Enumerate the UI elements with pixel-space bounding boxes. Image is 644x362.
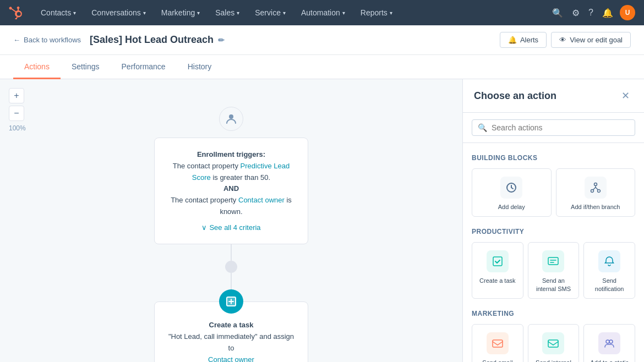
nav-sales[interactable]: Sales ▾ <box>208 0 247 25</box>
svg-point-12 <box>606 340 609 343</box>
action-card-internal-email[interactable]: Send internal email <box>528 324 580 362</box>
section-label-productivity: Productivity <box>472 228 635 235</box>
action-label-notification: Send notification <box>588 277 630 293</box>
trigger-and: AND <box>223 184 239 193</box>
connector-dot-1 <box>225 261 237 273</box>
action-card-create-task[interactable]: Create a task <box>472 242 523 299</box>
search-box: 🔍 <box>463 113 644 143</box>
action-desc: "Hot Lead, call immediately" <box>168 332 258 341</box>
branch-icon <box>585 177 607 199</box>
svg-point-6 <box>597 190 600 193</box>
nav-marketing[interactable]: Marketing ▾ <box>154 0 208 25</box>
action-label-add-static-list: Add to a static list <box>588 359 630 362</box>
marketing-grid: Send email Send internal email <box>472 324 635 362</box>
action-card-if-then[interactable]: Add if/then branch <box>556 168 636 217</box>
settings-icon[interactable]: ⚙ <box>570 6 582 20</box>
trigger-line1: The contact property <box>173 162 238 170</box>
action-card-add-static-list[interactable]: Add to a static list <box>583 324 635 362</box>
workflow-canvas: Enrollment triggers: The contact propert… <box>0 79 462 362</box>
svg-point-0 <box>229 114 233 119</box>
view-goal-button[interactable]: 👁 View or edit goal <box>551 32 631 48</box>
action-title: Create a task <box>209 321 254 329</box>
chevron-icon: ∨ <box>201 222 207 233</box>
svg-point-5 <box>591 190 593 193</box>
tabs-bar: Actions Settings Performance History <box>0 55 644 79</box>
panel-title: Choose an action <box>474 90 556 102</box>
chevron-down-icon: ▾ <box>342 10 345 16</box>
tab-settings[interactable]: Settings <box>61 55 111 79</box>
chevron-down-icon: ▾ <box>390 10 392 16</box>
action-card-add-delay[interactable]: Add delay <box>472 168 552 217</box>
action-label-if-then: Add if/then branch <box>571 203 620 211</box>
main-content: + − 100% Enrollment triggers: The contac… <box>0 79 644 362</box>
trigger-line3: The contact property <box>171 196 236 204</box>
chevron-down-icon: ▾ <box>237 10 239 16</box>
svg-point-13 <box>609 340 613 343</box>
nav-conversations[interactable]: Conversations ▾ <box>84 0 154 25</box>
tab-history[interactable]: History <box>177 55 223 79</box>
trigger-highlight2: Contact owner <box>238 196 285 204</box>
svg-rect-7 <box>493 257 502 266</box>
task-description: Create a task "Hot Lead, call immediatel… <box>168 320 294 362</box>
eye-icon: 👁 <box>559 36 566 44</box>
nav-reports[interactable]: Reports ▾ <box>353 0 400 25</box>
action-assignee: Contact owner <box>208 355 254 362</box>
workflow-title: [Sales] Hot Lead Outreach ✏ <box>90 34 225 46</box>
action-label-internal-email: Send internal email <box>533 359 575 362</box>
hubspot-logo[interactable] <box>9 6 22 19</box>
svg-rect-9 <box>548 257 558 265</box>
back-to-workflows-link[interactable]: ← Back to workflows <box>13 36 81 44</box>
search-input[interactable] <box>492 123 629 132</box>
chevron-down-icon: ▾ <box>197 10 200 16</box>
right-panel: Choose an action ✕ 🔍 Building blocks <box>462 79 644 362</box>
trigger-node-icon <box>219 107 243 131</box>
edit-icon[interactable]: ✏ <box>218 36 225 45</box>
see-all-criteria-link[interactable]: ∨ See all 4 criteria <box>201 222 260 233</box>
nav-service[interactable]: Service ▾ <box>247 0 293 25</box>
nav-right-icons: 🔍 ⚙ ? 🔔 U <box>550 5 635 20</box>
internal-email-icon <box>542 332 564 354</box>
delay-icon <box>500 177 522 199</box>
trigger-title: Enrollment triggers: <box>197 150 265 158</box>
task-icon <box>487 250 509 272</box>
help-icon[interactable]: ? <box>586 6 596 20</box>
notifications-icon[interactable]: 🔔 <box>600 6 615 20</box>
chevron-down-icon: ▾ <box>283 10 286 16</box>
search-icon[interactable]: 🔍 <box>550 6 565 20</box>
avatar[interactable]: U <box>620 5 635 20</box>
top-navigation: Contacts ▾ Conversations ▾ Marketing ▾ S… <box>0 0 644 25</box>
search-input-wrap: 🔍 <box>472 119 635 136</box>
workflow-canvas-area: + − 100% Enrollment triggers: The contac… <box>0 79 462 362</box>
action-label-add-delay: Add delay <box>498 203 525 211</box>
back-arrow-icon: ← <box>13 36 20 44</box>
action-label-create-task: Create a task <box>479 277 515 284</box>
chevron-down-icon: ▾ <box>73 10 76 16</box>
connector-line-2 <box>231 273 232 289</box>
nav-automation[interactable]: Automation ▾ <box>293 0 353 25</box>
building-blocks-grid: Add delay Add if/then branch <box>472 168 635 217</box>
notification-icon <box>598 250 620 272</box>
sms-icon <box>542 250 564 272</box>
tab-actions[interactable]: Actions <box>13 55 61 79</box>
action-card-notification[interactable]: Send notification <box>583 242 635 299</box>
panel-close-button[interactable]: ✕ <box>618 88 633 103</box>
svg-rect-10 <box>493 340 503 347</box>
action-card-send-email[interactable]: Send email <box>472 324 523 362</box>
sub-header-actions: 🔔 Alerts 👁 View or edit goal <box>500 32 631 48</box>
action-card-internal-sms[interactable]: Send an internal SMS <box>528 242 580 299</box>
trigger-node: Enrollment triggers: The contact propert… <box>154 138 308 244</box>
svg-rect-11 <box>548 340 558 347</box>
productivity-grid: Create a task Send an internal SMS <box>472 242 635 299</box>
panel-scroll: Building blocks Add delay <box>463 143 644 362</box>
alerts-button[interactable]: 🔔 Alerts <box>500 32 547 48</box>
panel-header: Choose an action ✕ <box>463 79 644 113</box>
static-list-add-icon <box>598 332 620 354</box>
action-label-internal-sms: Send an internal SMS <box>533 277 575 293</box>
tab-performance[interactable]: Performance <box>111 55 177 79</box>
section-label-building-blocks: Building blocks <box>472 154 635 162</box>
action-label-send-email: Send email <box>482 359 512 362</box>
section-label-marketing: Marketing <box>472 310 635 317</box>
bell-icon: 🔔 <box>508 36 517 44</box>
connector-line-1 <box>231 244 232 261</box>
nav-contacts[interactable]: Contacts ▾ <box>33 0 84 25</box>
